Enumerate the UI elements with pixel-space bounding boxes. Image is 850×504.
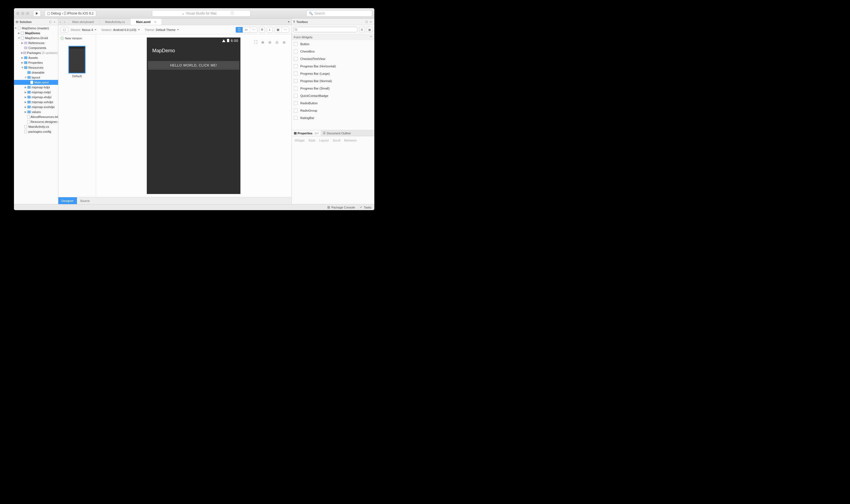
design-canvas[interactable]: ⛶ ⊕ ⊖ ⊙ ⊘ 6:00 MapDemo HELLO WORLD,: [96, 35, 291, 197]
tab-storyboard[interactable]: Main.storyboard: [67, 19, 100, 25]
tasks-button[interactable]: ✓ Tasks: [360, 205, 371, 209]
tree-mip-hdpi[interactable]: mipmap-hdpi: [32, 86, 50, 89]
minimize-dot[interactable]: [21, 12, 24, 15]
panel-float-button[interactable]: ◻: [49, 20, 52, 23]
prop-sub-style[interactable]: Style: [308, 139, 315, 142]
tree-proj-mapdemo[interactable]: MapDemo: [25, 32, 40, 35]
toolbox-head-label: Toolbox: [296, 20, 308, 23]
tree-packages-config[interactable]: packages.config: [29, 130, 51, 133]
prop-sub-behavior[interactable]: Behavior: [344, 139, 357, 142]
toolbox-group-head[interactable]: Form Widgets ⌃: [292, 34, 374, 40]
package-console-button[interactable]: ▥ Package Console: [327, 205, 355, 209]
toolbox-close-button[interactable]: ×: [369, 20, 373, 23]
toolbox-item-progress-small[interactable]: Progress Bar (Small): [292, 85, 374, 92]
toolbox-item-ratingbar[interactable]: RatingBar: [292, 114, 374, 122]
zoom-dot[interactable]: [26, 12, 29, 15]
tree-mainactivity[interactable]: MainActivity.cs: [29, 125, 49, 128]
tree-resource-designer[interactable]: Resource.designer.cs: [31, 120, 58, 123]
prop-sub-scroll[interactable]: Scroll: [332, 139, 341, 142]
window-controls[interactable]: [16, 12, 29, 15]
tree-values[interactable]: values: [32, 110, 41, 113]
version-dropdown[interactable]: Android 6.0 (v23): [113, 28, 139, 32]
tree-proj-droid[interactable]: MapDemo.Droid: [25, 36, 48, 40]
prop-close-button[interactable]: ×: [317, 132, 318, 134]
tree-layout[interactable]: layout: [32, 76, 40, 79]
tab-document-outline[interactable]: ☰ Document Outline: [321, 130, 353, 136]
run-button[interactable]: [33, 10, 41, 17]
tree-components[interactable]: Components: [29, 46, 46, 50]
prop-sub-layout[interactable]: Layout: [319, 139, 329, 142]
toolbox-item-progress-normal[interactable]: Progress Bar (Normal): [292, 77, 374, 85]
tree-mip-xxxhdpi[interactable]: mipmap-xxxhdpi: [32, 105, 55, 109]
toolbox-list[interactable]: Button CheckBox CheckedTextView Progress…: [292, 40, 374, 130]
prop-float-button[interactable]: ◻: [315, 132, 316, 134]
tab-close-icon[interactable]: ×: [154, 20, 156, 23]
hello-world-button[interactable]: HELLO WORLD, CLICK ME!: [148, 61, 239, 70]
toolbox-item-quickcontactbadge[interactable]: QuickContactBadge: [292, 92, 374, 99]
tree-mip-mdpi[interactable]: mipmap-mdpi: [32, 91, 51, 94]
tree-mip-xxhdpi[interactable]: mipmap-xxhdpi: [32, 101, 53, 104]
toggle-preview-button[interactable]: ▢: [61, 27, 68, 33]
tree-packages[interactable]: Packages: [27, 51, 41, 54]
global-search[interactable]: 🔍 Search: [307, 10, 372, 17]
editor-area: ‹› Main.storyboard MainActivity.cs Main.…: [58, 19, 292, 204]
search-placeholder: Search: [315, 12, 325, 15]
new-version-button[interactable]: + New Version: [58, 37, 82, 40]
zoom-out-button[interactable]: ⊖: [267, 39, 273, 45]
tree-drawable[interactable]: drawable: [32, 71, 45, 74]
zoom-in-button[interactable]: ⊕: [260, 39, 266, 45]
export-button[interactable]: ⤓: [267, 27, 273, 33]
zoom-reset-button[interactable]: ⊘: [281, 39, 287, 45]
zoom-fit-button[interactable]: ⛶: [253, 39, 259, 45]
settings-button[interactable]: ⚙: [259, 27, 265, 33]
phone-status-bar: 6:00: [222, 37, 238, 43]
tree-properties[interactable]: Properties: [29, 61, 43, 64]
tabs-overflow-button[interactable]: ▼: [287, 19, 291, 25]
layout-more-button[interactable]: ⋯: [282, 27, 289, 33]
tree-mip-xhdpi[interactable]: mipmap-xhdpi: [32, 95, 51, 99]
theme-dropdown[interactable]: Default Theme: [156, 28, 179, 32]
solution-tree[interactable]: ▼MapDemo (master) ▶MapDemo ▼MapDemo.Droi…: [14, 25, 58, 204]
toolbox-item-radiogroup[interactable]: RadioGroup: [292, 107, 374, 114]
toolbox-float-button[interactable]: ◻: [365, 20, 368, 23]
tree-resources[interactable]: Resources: [29, 66, 44, 69]
toolbox-item-progress-horizontal[interactable]: Progress Bar (Horizontal): [292, 62, 374, 70]
tab-main-axml[interactable]: Main.axml×: [131, 19, 162, 25]
toolbox-view-grid-button[interactable]: ▦: [367, 27, 373, 32]
toolbox-item-progress-large[interactable]: Progress Bar (Large): [292, 70, 374, 77]
info-icon[interactable]: ⓘ: [230, 11, 234, 16]
panel-close-button[interactable]: ×: [53, 20, 56, 23]
nav-forward-button[interactable]: ›: [64, 20, 65, 24]
nav-back-button[interactable]: ‹: [60, 20, 61, 24]
collapse-icon[interactable]: ⌃: [370, 36, 372, 39]
tree-about-resources[interactable]: AboutResources.txt: [31, 115, 58, 119]
tree-refs[interactable]: References: [29, 41, 45, 44]
variant-thumbnail[interactable]: [68, 46, 85, 73]
toolbox-search-input[interactable]: [293, 27, 357, 32]
close-dot[interactable]: [16, 12, 19, 15]
tab-properties[interactable]: ▤ Properties◻×: [292, 130, 321, 136]
tab-designer[interactable]: Designer: [58, 197, 77, 204]
device-dropdown[interactable]: Nexus 4: [82, 28, 96, 32]
orientation-landscape-button[interactable]: ▭: [243, 27, 250, 33]
battery-icon: [227, 39, 229, 42]
run-config-breadcrumb[interactable]: ▢Debug › iPhone 6s iOS 9.2: [45, 10, 96, 17]
tree-assets[interactable]: Assets: [29, 56, 38, 59]
toolbox-item-button[interactable]: Button: [292, 40, 374, 48]
toolbox-item-checkbox[interactable]: CheckBox: [292, 48, 374, 55]
vs-logo-icon: ⟁: [182, 12, 184, 15]
tree-root[interactable]: MapDemo (master): [22, 26, 49, 30]
layout-grid-button[interactable]: ▦: [275, 27, 282, 33]
toolbox-item-checkedtextview[interactable]: CheckedTextView: [292, 55, 374, 62]
tab-source[interactable]: Source: [77, 197, 93, 204]
zoom-100-button[interactable]: ⊙: [274, 39, 280, 45]
tab-mainactivity[interactable]: MainActivity.cs: [100, 19, 131, 25]
orientation-more-button[interactable]: ⋯: [250, 27, 257, 33]
prop-sub-widget[interactable]: Widget: [295, 139, 305, 142]
tree-main-axml[interactable]: Main.axml: [35, 81, 49, 84]
solution-icon: ▤: [16, 20, 18, 23]
toolbox-item-radiobutton[interactable]: RadioButton: [292, 99, 374, 107]
designer-toolbar: ▢ Device: Nexus 4 Version: Android 6.0 (…: [58, 25, 291, 35]
orientation-portrait-button[interactable]: [236, 27, 243, 33]
toolbox-view-list-button[interactable]: ☰: [359, 27, 365, 32]
